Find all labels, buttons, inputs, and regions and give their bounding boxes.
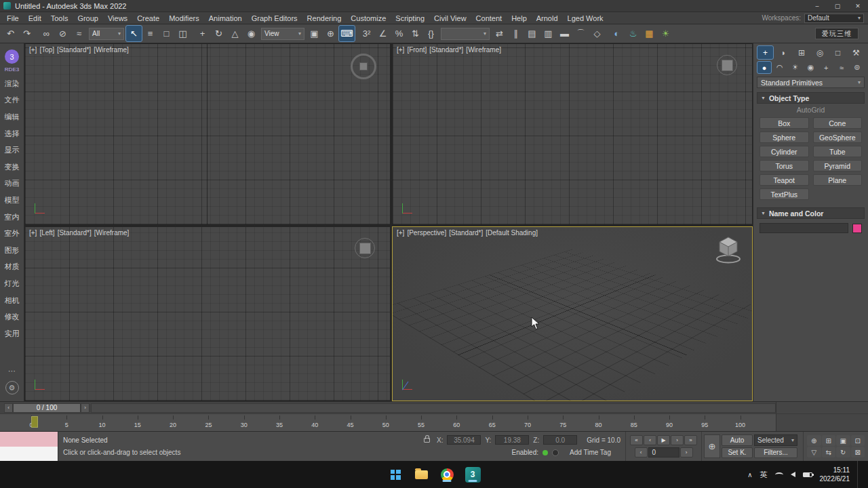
helpers-category-icon[interactable]: + <box>819 62 833 73</box>
key-filters-button[interactable]: Filters... <box>754 447 797 459</box>
key-filter-dropdown[interactable]: Selected ▾ <box>754 434 797 446</box>
plugin-toolbar-label[interactable]: 爱玩三维 <box>815 28 859 39</box>
modify-tab[interactable]: ◗ <box>776 46 791 59</box>
start-button[interactable] <box>387 466 404 483</box>
object-type-rollout[interactable]: ▼ Object Type <box>757 92 865 104</box>
viewport-label-part[interactable]: [Wireframe] <box>94 46 129 54</box>
enabled-indicator[interactable] <box>542 450 548 455</box>
mirror-icon[interactable]: ⇄ <box>492 26 507 41</box>
selection-filter-dropdown[interactable]: All ▾ <box>89 28 124 40</box>
viewport-left[interactable]: [+][Left][Standard*][Wireframe] <box>24 226 391 401</box>
viewport-front[interactable]: [+][Front][Standard*][Wireframe] <box>392 43 753 225</box>
select-and-rotate-icon[interactable]: ↻ <box>211 26 226 41</box>
rendered-frame-icon[interactable]: ▦ <box>642 26 657 41</box>
curve-editor-icon[interactable]: ⌒ <box>573 26 589 41</box>
viewport-label-part[interactable]: [Standard*] <box>58 229 92 237</box>
x-coordinate-field[interactable]: 35.094 <box>447 435 481 445</box>
sidebar-item[interactable]: 变换 <box>5 159 20 176</box>
selection-lock-icon[interactable] <box>424 438 430 443</box>
current-frame-field[interactable]: 0 <box>648 447 679 458</box>
object-color-swatch[interactable] <box>852 224 862 233</box>
primitive-button[interactable]: GeoSphere <box>813 131 863 143</box>
reference-coordinate-dropdown[interactable]: View ▾ <box>261 28 304 40</box>
viewport-label-part[interactable]: [Top] <box>39 46 54 54</box>
layer-explorer-icon[interactable]: ▥ <box>540 26 556 41</box>
object-name-field[interactable] <box>760 223 848 233</box>
track-groove[interactable] <box>91 403 776 413</box>
sidebar-item[interactable]: 室外 <box>5 225 20 242</box>
bind-to-space-warp-icon[interactable]: ≈ <box>71 26 87 41</box>
play-button[interactable]: ▶ <box>657 435 670 445</box>
listener-pane[interactable] <box>0 447 58 462</box>
plugin-logo-icon[interactable]: 3 <box>5 49 19 64</box>
go-to-end-button[interactable]: » <box>684 435 697 445</box>
menu-item[interactable]: Lged Work <box>563 12 608 24</box>
select-and-scale-icon[interactable]: △ <box>227 26 243 41</box>
display-tab[interactable]: □ <box>830 46 846 59</box>
menu-item[interactable]: Create <box>132 12 164 24</box>
primitive-button[interactable]: Box <box>760 117 809 129</box>
field-of-view-icon[interactable]: ▽ <box>807 447 821 458</box>
close-button[interactable]: ✕ <box>848 0 868 12</box>
primitive-button[interactable]: Cone <box>813 117 863 129</box>
scene-explorer-icon[interactable]: ▤ <box>524 26 540 41</box>
workspace-dropdown[interactable]: Default ▾ <box>804 14 864 23</box>
primitive-button[interactable]: TextPlus <box>760 188 809 200</box>
menu-item[interactable]: File <box>2 12 24 24</box>
timeline-ruler[interactable]: 0510152025303540455055606570758085909510… <box>0 414 776 431</box>
motion-tab[interactable]: ◎ <box>812 46 827 59</box>
schematic-view-icon[interactable]: ◇ <box>589 26 605 41</box>
zoom-extents-icon[interactable]: ▣ <box>836 435 850 446</box>
y-coordinate-field[interactable]: 19.38 <box>495 435 529 445</box>
select-and-place-icon[interactable]: ◉ <box>243 26 259 41</box>
menu-item[interactable]: Views <box>103 12 132 24</box>
viewport-label-part[interactable]: [Standard*] <box>449 229 483 237</box>
select-and-manipulate-icon[interactable]: ⊕ <box>323 26 338 41</box>
orbit-icon[interactable]: ↻ <box>836 447 850 458</box>
menu-item[interactable]: Customize <box>346 12 391 24</box>
sidebar-item[interactable]: 渲染 <box>5 75 20 92</box>
viewport-label-part[interactable]: [Front] <box>407 46 427 54</box>
spinner-snap-icon[interactable]: ⇅ <box>408 26 423 41</box>
align-icon[interactable]: ∥ <box>508 26 524 41</box>
hidden-icons-chevron[interactable]: ∧ <box>747 471 752 479</box>
select-and-link-icon[interactable]: ∞ <box>39 26 54 41</box>
material-editor-icon[interactable]: ◐ <box>609 26 625 41</box>
primitive-button[interactable]: Pyramid <box>813 160 863 171</box>
viewport-label-part[interactable]: [Standard*] <box>429 46 463 54</box>
ribbon-icon[interactable]: ▬ <box>557 26 572 41</box>
sidebar-item[interactable]: 动画 <box>5 176 20 192</box>
undo-icon[interactable]: ↶ <box>3 26 18 41</box>
viewcube-gizmo[interactable] <box>713 235 744 265</box>
next-key-button[interactable]: › <box>680 447 693 458</box>
select-and-move-icon[interactable]: + <box>195 26 210 41</box>
viewcube-gizmo[interactable] <box>351 54 376 79</box>
menu-item[interactable]: Edit <box>24 12 46 24</box>
menu-item[interactable]: Modifiers <box>164 12 204 24</box>
go-to-start-button[interactable]: « <box>630 435 643 445</box>
viewport-label-part[interactable]: [+] <box>29 46 37 54</box>
time-slider[interactable]: 0 / 100 <box>13 403 81 413</box>
create-tab[interactable]: + <box>757 46 773 59</box>
previous-key-button[interactable]: ‹ <box>635 447 648 458</box>
window-crossing-icon[interactable]: ◫ <box>175 26 191 41</box>
viewport-label-part[interactable]: [Wireframe] <box>466 46 501 54</box>
hierarchy-tab[interactable]: ⊞ <box>794 46 810 59</box>
add-time-tag-button[interactable]: Add Time Tag <box>570 449 611 456</box>
named-selection-dropdown[interactable]: ▾ <box>441 28 490 40</box>
sidebar-item[interactable]: 编辑 <box>5 108 20 125</box>
menu-item[interactable]: Graph Editors <box>247 12 302 24</box>
network-icon[interactable] <box>775 472 783 477</box>
name-color-rollout[interactable]: ▼ Name and Color <box>757 207 865 219</box>
primitive-button[interactable]: Torus <box>760 160 809 171</box>
primitives-dropdown[interactable]: Standard Primitives ▾ <box>757 77 865 88</box>
snaps-toggle-icon[interactable]: 3² <box>359 26 374 41</box>
viewport-label-part[interactable]: [Standard*] <box>57 46 91 54</box>
pan-icon[interactable]: ⇆ <box>822 447 836 458</box>
menu-item[interactable]: Arnold <box>532 12 563 24</box>
zoom-all-icon[interactable]: ⊞ <box>822 435 836 446</box>
menu-item[interactable]: Rendering <box>302 12 347 24</box>
maxscript-mini-listener[interactable] <box>0 432 58 461</box>
menu-item[interactable]: Content <box>471 12 507 24</box>
sidebar-item[interactable]: 实用 <box>5 325 20 342</box>
